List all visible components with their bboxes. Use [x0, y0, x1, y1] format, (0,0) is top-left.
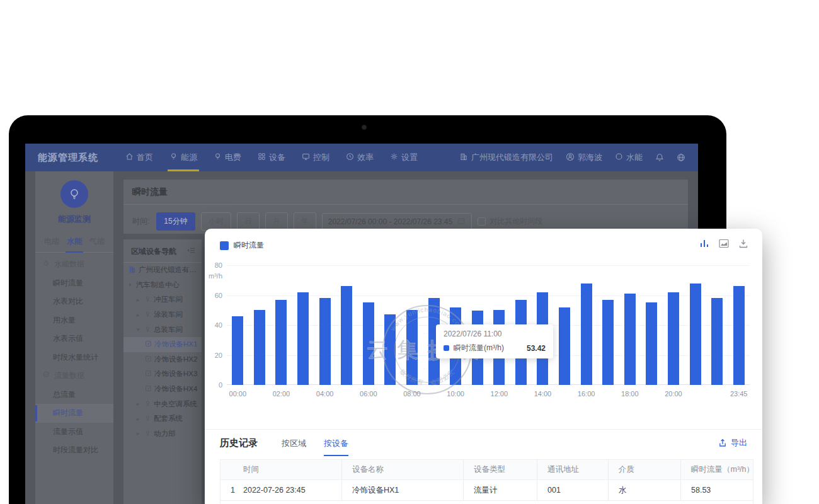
interval-button-15分钟[interactable]: 15分钟: [156, 212, 195, 231]
chart-bar-15:00[interactable]: [559, 307, 570, 386]
tree-node-冷饰设备HX4[interactable]: 冷饰设备HX4: [123, 382, 202, 397]
table-row-partial: [220, 501, 753, 504]
table-cell: 12022-07-26 23:45: [220, 480, 342, 500]
tree-node-冲压车间[interactable]: ▸冲压车间: [123, 292, 202, 307]
compare-checkbox[interactable]: 对比其他时间段: [478, 216, 542, 227]
sidebar-item-用水量[interactable]: 用水量: [35, 311, 113, 330]
table-header-3: 设备类型: [464, 460, 537, 479]
chart-bar-02:00[interactable]: [275, 300, 287, 385]
history-tab-按区域[interactable]: 按区域: [282, 438, 306, 456]
interval-button-日[interactable]: 日: [237, 212, 260, 231]
sidebar-item-时段水量统计[interactable]: 时段水量统计: [35, 348, 113, 367]
tree-node-冷饰设备HX2[interactable]: 冷饰设备HX2: [123, 352, 202, 367]
sidebar-item-时段流量对比[interactable]: 时段流量对比: [35, 441, 113, 460]
energy-tab-1[interactable]: 电能: [43, 232, 60, 252]
collapse-panel-icon[interactable]: [187, 246, 195, 257]
tree-node-涂装车间[interactable]: ▸涂装车间: [123, 307, 202, 323]
nav-item-4[interactable]: 设备: [249, 144, 294, 171]
nav-item-label: 电费: [225, 152, 241, 163]
notification-bell-icon[interactable]: [655, 153, 664, 162]
sidebar-item-总流量[interactable]: 总流量: [35, 386, 113, 404]
chart-bar-07:00[interactable]: [384, 314, 396, 385]
location-icon: [144, 326, 151, 334]
tree-node-配套系统[interactable]: ▸配套系统: [123, 411, 202, 427]
bar-chart-type-icon[interactable]: [699, 239, 709, 251]
module-title: 能源监测: [35, 214, 113, 225]
nav-item-5[interactable]: 控制: [294, 144, 338, 171]
table-header-4: 通讯地址: [537, 460, 609, 479]
chart-bar-19:00[interactable]: [646, 302, 657, 385]
menu-label: 水能数据: [54, 259, 84, 270]
history-title: 历史记录: [220, 437, 258, 449]
chart-bar-23:45[interactable]: [733, 286, 745, 385]
tree-node-广州现代锻造有限公...[interactable]: 广州现代锻造有限公...: [123, 263, 202, 278]
chart-bar-03:00[interactable]: [297, 292, 309, 385]
energy-type-select[interactable]: 水能: [615, 152, 643, 163]
energy-tabs: 电能水能气能: [35, 232, 113, 253]
legend-swatch: [220, 241, 229, 250]
nav-item-3[interactable]: 电费: [205, 144, 249, 171]
tree-node-中央空调系统[interactable]: ▸中央空调系统: [123, 396, 202, 411]
energy-tab-2[interactable]: 水能: [66, 232, 83, 253]
tree-node-label: 汽车制造中心: [136, 280, 180, 290]
table-cell: 流量计: [464, 480, 537, 500]
page-title: 瞬时流量: [123, 180, 688, 198]
nav-item-label: 设备: [269, 152, 285, 163]
date-range-input[interactable]: 2022/07/26 00:00 - 2022/07/26 23:45: [322, 213, 472, 231]
nav-item-label: 控制: [313, 152, 329, 163]
sidebar-item-瞬时流量[interactable]: 瞬时流量: [35, 404, 113, 423]
table-header-6: 瞬时流量（m³/h）: [681, 460, 754, 479]
chart-bar-16:00[interactable]: [581, 284, 592, 386]
location-icon: [144, 295, 151, 304]
chart-bar-21:00[interactable]: [690, 284, 701, 386]
chart-bar-05:00[interactable]: [341, 286, 352, 385]
tree-node-冷饰设备HX1[interactable]: 冷饰设备HX1: [123, 337, 202, 352]
page-header-panel: 瞬时流量 时间: 15分钟小时日月年 2022/07/26 00:00 - 20…: [123, 180, 688, 234]
sidebar-item-流量示值[interactable]: 流量示值: [35, 423, 113, 442]
droplet-icon: [43, 260, 50, 269]
interval-button-小时[interactable]: 小时: [201, 212, 231, 231]
company-select[interactable]: 广州现代锻造有限公司: [459, 152, 553, 163]
tree-node-冷饰设备HX3[interactable]: 冷饰设备HX3: [123, 367, 202, 382]
page: 能源管理系统 首页能源电费设备控制效率设置 广州现代锻造有限公司 郭海波 水能: [0, 0, 819, 504]
chart-bar-22:00[interactable]: [711, 298, 723, 385]
chart-bar-08:00[interactable]: [406, 310, 418, 385]
chart-legend[interactable]: 瞬时流量: [220, 240, 264, 251]
area-chart-type-icon[interactable]: [719, 239, 729, 251]
nav-item-2[interactable]: 能源: [161, 144, 205, 171]
sidebar-item-水表示值[interactable]: 水表示值: [35, 329, 113, 348]
menu-label: 流量数据: [54, 370, 84, 381]
chart-bar-20:00[interactable]: [668, 292, 679, 385]
history-tab-按设备[interactable]: 按设备: [324, 438, 348, 456]
language-globe-icon[interactable]: [677, 153, 685, 162]
chart-bar-17:00[interactable]: [602, 300, 614, 385]
x-tick-12:00: 12:00: [491, 390, 508, 398]
export-button[interactable]: 导出: [718, 437, 747, 449]
nav-item-7[interactable]: 设置: [382, 144, 426, 171]
chart-bar-04:00[interactable]: [319, 298, 331, 385]
table-cell: 58.53: [681, 480, 754, 500]
row-index: 1: [231, 486, 243, 495]
tree-node-动力部[interactable]: ▸动力部: [123, 427, 202, 442]
interval-button-月[interactable]: 月: [265, 212, 288, 231]
chart-bar-01:00[interactable]: [254, 310, 265, 385]
sidebar-item-瞬时流量[interactable]: 瞬时流量: [35, 274, 113, 293]
nav-item-1[interactable]: 首页: [117, 144, 161, 171]
x-tick-20:00: 20:00: [665, 390, 682, 398]
chart-bar-06:00[interactable]: [363, 302, 374, 385]
interval-buttons: 15分钟小时日月年: [156, 212, 316, 231]
sidebar-item-水表对比[interactable]: 水表对比: [35, 292, 113, 311]
caret-right-icon: ▸: [137, 401, 142, 407]
tree-node-汽车制造中心[interactable]: ▾汽车制造中心: [123, 278, 202, 293]
x-tick-06:00: 06:00: [360, 390, 377, 398]
company-name: 广州现代锻造有限公司: [471, 152, 553, 163]
download-icon[interactable]: [738, 239, 748, 251]
energy-tab-3[interactable]: 气能: [88, 232, 106, 252]
chart-bar-00:00[interactable]: [232, 316, 243, 385]
tree-node-label: 总装车间: [154, 325, 183, 335]
chart-bar-18:00[interactable]: [624, 294, 636, 385]
user-menu[interactable]: 郭海波: [566, 152, 602, 163]
interval-button-年[interactable]: 年: [294, 212, 316, 231]
nav-item-6[interactable]: 效率: [338, 144, 382, 171]
tree-node-总装车间[interactable]: ▾总装车间: [123, 322, 202, 337]
